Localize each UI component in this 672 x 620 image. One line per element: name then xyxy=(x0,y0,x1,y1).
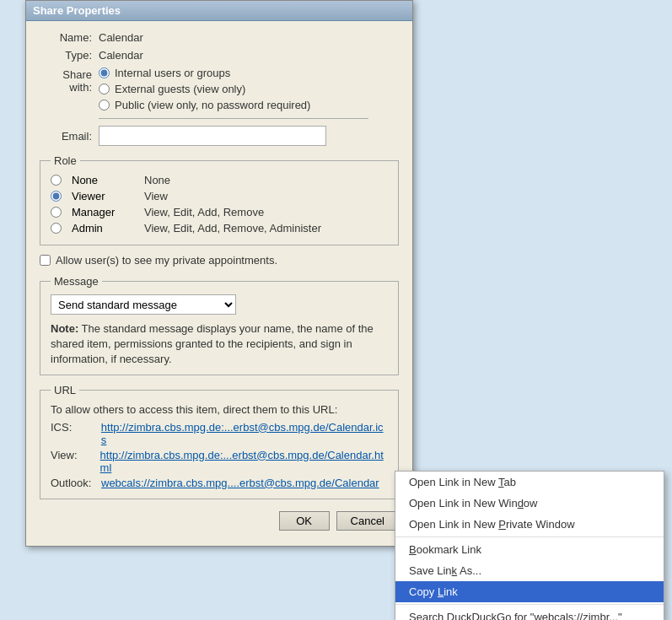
role-none-row: None None xyxy=(51,174,388,186)
url-ics-row: ICS: http://zimbra.cbs.mpg.de:...erbst@c… xyxy=(51,421,388,446)
dialog-titlebar: Share Properties xyxy=(26,1,412,21)
role-fieldset: Role None None Viewer View xyxy=(40,154,399,245)
share-with-radio-group: Internal users or groups External guests… xyxy=(99,67,310,111)
url-outlook-row: Outlook: webcals://zimbra.cbs.mpg....erb… xyxy=(51,477,388,489)
url-view-label: View: xyxy=(51,449,100,461)
role-viewer-name: Viewer xyxy=(72,190,139,202)
url-outlook-link[interactable]: webcals://zimbra.cbs.mpg....erbst@cbs.mp… xyxy=(101,477,379,489)
message-fieldset: Message Send standard message Note: The … xyxy=(40,275,399,375)
email-row: Email: xyxy=(40,126,399,146)
context-open-new-tab[interactable]: Open Link in New Tab xyxy=(395,472,664,493)
share-public-option[interactable]: Public (view only, no password required) xyxy=(99,99,310,111)
share-with-label: Share with: xyxy=(40,67,99,94)
role-none-name: None xyxy=(72,174,139,186)
private-label: Allow user(s) to see my private appointm… xyxy=(56,254,277,267)
context-bookmark-link[interactable]: Bookmark Link xyxy=(395,539,664,560)
name-row: Name: Calendar xyxy=(40,31,399,44)
message-legend: Message xyxy=(51,275,102,288)
type-value: Calendar xyxy=(99,49,143,62)
share-internal-radio[interactable] xyxy=(99,67,110,78)
url-legend: URL xyxy=(51,384,79,396)
context-search-duckduckgo[interactable]: Search DuckDuckGo for "webcals://zimbr..… xyxy=(395,607,664,620)
share-public-radio[interactable] xyxy=(99,100,110,111)
ok-button[interactable]: OK xyxy=(279,511,330,531)
role-manager-option[interactable]: Manager View, Edit, Add, Remove xyxy=(51,206,264,218)
dialog-body: Name: Calendar Type: Calendar Share with… xyxy=(26,21,412,546)
type-row: Type: Calendar xyxy=(40,49,399,62)
context-copy-link[interactable]: Copy Link xyxy=(395,581,664,602)
note-bold: Note: xyxy=(51,322,78,335)
role-viewer-row: Viewer View xyxy=(51,190,388,202)
role-none-radio[interactable] xyxy=(51,175,62,186)
share-internal-option[interactable]: Internal users or groups xyxy=(99,67,310,79)
share-properties-dialog: Share Properties Name: Calendar Type: Ca… xyxy=(25,0,413,547)
url-outlook-label: Outlook: xyxy=(51,477,101,489)
context-separator-1 xyxy=(395,536,664,537)
private-checkbox[interactable] xyxy=(40,255,51,266)
role-admin-option[interactable]: Admin View, Edit, Add, Remove, Administe… xyxy=(51,222,321,235)
separator xyxy=(99,118,368,119)
role-admin-name: Admin xyxy=(72,222,139,235)
email-input[interactable] xyxy=(99,126,326,146)
role-none-desc: None xyxy=(144,174,170,186)
context-save-link-as[interactable]: Save Link As... xyxy=(395,560,664,581)
role-manager-row: Manager View, Edit, Add, Remove xyxy=(51,206,388,218)
share-external-option[interactable]: External guests (view only) xyxy=(99,83,310,95)
url-view-row: View: http://zimbra.cbs.mpg.de:...erbst@… xyxy=(51,449,388,474)
role-none-option[interactable]: None None xyxy=(51,174,170,186)
message-select[interactable]: Send standard message xyxy=(51,294,236,315)
url-view-link[interactable]: http://zimbra.cbs.mpg.de:...erbst@cbs.mp… xyxy=(100,449,388,474)
context-open-new-window[interactable]: Open Link in New Window xyxy=(395,493,664,514)
note-text: The standard message displays your name,… xyxy=(51,322,374,365)
share-with-section: Share with: Internal users or groups Ext… xyxy=(40,67,399,111)
role-viewer-option[interactable]: Viewer View xyxy=(51,190,168,202)
type-label: Type: xyxy=(40,49,99,62)
name-value: Calendar xyxy=(99,31,143,44)
url-intro: To allow others to access this item, dir… xyxy=(51,403,388,416)
role-manager-name: Manager xyxy=(72,206,139,218)
name-label: Name: xyxy=(40,31,99,44)
role-legend: Role xyxy=(51,154,80,167)
role-manager-desc: View, Edit, Add, Remove xyxy=(144,206,264,218)
email-label: Email: xyxy=(40,130,99,143)
dialog-title: Share Properties xyxy=(33,4,121,17)
role-admin-radio[interactable] xyxy=(51,223,62,234)
dialog-buttons: OK Cancel xyxy=(40,511,399,536)
cancel-button[interactable]: Cancel xyxy=(336,511,399,531)
url-fieldset: URL To allow others to access this item,… xyxy=(40,384,399,499)
role-viewer-desc: View xyxy=(144,190,168,202)
share-external-radio[interactable] xyxy=(99,84,110,94)
role-manager-radio[interactable] xyxy=(51,207,62,218)
role-viewer-radio[interactable] xyxy=(51,191,62,202)
role-admin-row: Admin View, Edit, Add, Remove, Administe… xyxy=(51,222,388,235)
url-ics-label: ICS: xyxy=(51,421,101,434)
share-public-label: Public (view only, no password required) xyxy=(115,99,310,111)
share-internal-label: Internal users or groups xyxy=(115,67,230,79)
private-row: Allow user(s) to see my private appointm… xyxy=(40,254,399,267)
dialog-overlay: Share Properties Name: Calendar Type: Ca… xyxy=(0,0,413,523)
url-ics-link[interactable]: http://zimbra.cbs.mpg.de:...erbst@cbs.mp… xyxy=(101,421,388,446)
message-note: Note: The standard message displays your… xyxy=(51,321,388,368)
context-menu: Open Link in New Tab Open Link in New Wi… xyxy=(395,471,664,620)
message-dropdown-row: Send standard message xyxy=(51,294,388,315)
context-open-private-window[interactable]: Open Link in New Private Window xyxy=(395,514,664,535)
share-external-label: External guests (view only) xyxy=(115,83,245,95)
role-admin-desc: View, Edit, Add, Remove, Administer xyxy=(144,222,321,235)
context-separator-2 xyxy=(395,604,664,605)
